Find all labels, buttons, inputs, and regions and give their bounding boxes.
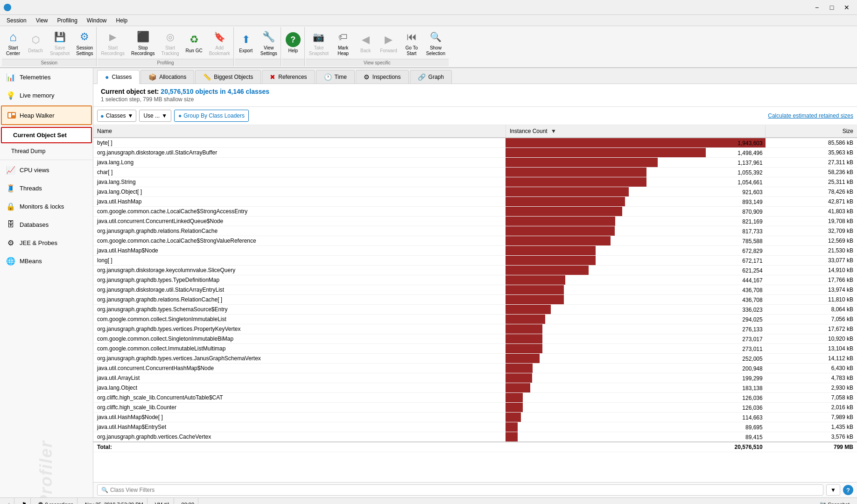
- close-button[interactable]: ✕: [840, 3, 853, 12]
- table-row[interactable]: org.janusgraph.graphdb.types.vertices.Ja…: [93, 354, 857, 364]
- sidebar-item-telemetries[interactable]: 📊 Telemetries: [0, 68, 93, 86]
- tab-references[interactable]: ✖ References: [262, 70, 315, 84]
- classes-dropdown[interactable]: ● Classes ▼: [97, 110, 136, 122]
- restore-button[interactable]: □: [825, 3, 838, 12]
- cell-instance-count: 199,299: [506, 373, 765, 383]
- table-row[interactable]: java.lang.Long1,137,96127,311 kB: [93, 158, 857, 168]
- run-gc-button[interactable]: ♻ Run GC: [183, 27, 206, 59]
- filter-dropdown-button[interactable]: ▼: [826, 484, 840, 496]
- menu-view[interactable]: View: [31, 16, 53, 25]
- cell-size: 2,930 kB: [766, 383, 857, 393]
- add-icon[interactable]: +: [7, 502, 10, 504]
- table-row[interactable]: com.google.common.cache.LocalCache$Stron…: [93, 236, 857, 246]
- detach-button[interactable]: ⬡ Detach: [24, 27, 47, 59]
- table-row[interactable]: org.cliffc.high_scale_lib.ConcurrentAuto…: [93, 393, 857, 403]
- minimize-button[interactable]: −: [810, 3, 823, 12]
- show-selection-button[interactable]: 🔍 ShowSelection: [423, 27, 449, 59]
- table-row[interactable]: java.lang.Object[ ]921,60378,426 kB: [93, 187, 857, 197]
- save-snapshot-button[interactable]: 💾 SaveSnapshot: [47, 27, 73, 59]
- table-row[interactable]: org.janusgraph.graphdb.vertices.CacheVer…: [93, 432, 857, 442]
- add-bookmark-button[interactable]: 🔖 AddBookmark: [206, 27, 233, 59]
- class-view-filters-input[interactable]: [110, 487, 819, 493]
- use-button[interactable]: Use ... ▼: [139, 110, 171, 122]
- sidebar-item-mbeans[interactable]: 🌐 MBeans: [0, 252, 93, 270]
- sidebar-item-cpu-views[interactable]: 📈 CPU views: [0, 161, 93, 179]
- group-by-icon: ●: [178, 112, 182, 119]
- table-row[interactable]: byte[ ]1,943,60385,586 kB: [93, 138, 857, 148]
- sidebar-item-databases[interactable]: 🗄 Databases: [0, 216, 93, 234]
- sidebar-item-heap-walker[interactable]: Heap Walker: [1, 105, 92, 125]
- table-row[interactable]: org.janusgraph.diskstorage.util.StaticAr…: [93, 285, 857, 295]
- go-start-label: Go ToStart: [406, 45, 418, 56]
- flag-icon[interactable]: ⚑: [22, 501, 27, 504]
- view-settings-button[interactable]: 🔧 ViewSettings: [257, 27, 281, 59]
- forward-icon: ▶: [381, 32, 396, 47]
- instance-count-value: 436,708: [506, 296, 765, 303]
- stop-recordings-button[interactable]: ⬛ StopRecordings: [128, 27, 158, 59]
- table-row[interactable]: org.janusgraph.diskstorage.keycolumnvalu…: [93, 266, 857, 275]
- sidebar-item-threads[interactable]: 🧵 Threads: [0, 179, 93, 197]
- table-row[interactable]: java.lang.String1,054,66125,311 kB: [93, 177, 857, 187]
- table-row[interactable]: org.janusgraph.graphdb.types.TypeDefinit…: [93, 275, 857, 285]
- go-start-button[interactable]: ⏮ Go ToStart: [400, 27, 423, 59]
- table-row[interactable]: java.util.HashMap$EntrySet89,6951,435 kB: [93, 422, 857, 432]
- cell-size: 12,569 kB: [766, 236, 857, 246]
- start-tracking-button[interactable]: ◎ StartTracking: [158, 27, 183, 59]
- table-row[interactable]: org.janusgraph.graphdb.relations.Relatio…: [93, 295, 857, 305]
- sidebar-item-monitors-locks[interactable]: 🔒 Monitors & locks: [0, 197, 93, 216]
- col-header-size[interactable]: Size: [766, 125, 857, 138]
- col-header-name[interactable]: Name: [93, 125, 506, 138]
- sidebar-item-jee-probes[interactable]: ⚙ JEE & Probes: [0, 234, 93, 252]
- tab-biggest-objects[interactable]: 📏 Biggest Objects: [195, 70, 261, 84]
- menu-window[interactable]: Window: [82, 16, 112, 25]
- export-button[interactable]: ⬆ Export: [235, 27, 257, 59]
- table-row[interactable]: java.util.HashMap893,14942,871 kB: [93, 197, 857, 207]
- menu-profiling[interactable]: Profiling: [53, 16, 82, 25]
- tab-time[interactable]: 🕐 Time: [316, 70, 355, 84]
- sidebar-item-live-memory[interactable]: 💡 Live memory: [0, 86, 93, 105]
- start-center-button[interactable]: ⌂ StartCenter: [2, 27, 24, 59]
- table-row[interactable]: com.google.common.collect.SingletonImmut…: [93, 334, 857, 344]
- session-settings-button[interactable]: ⚙ SessionSettings: [73, 27, 96, 59]
- back-button[interactable]: ◀ Back: [354, 27, 377, 59]
- table-row[interactable]: char[ ]1,055,39258,236 kB: [93, 168, 857, 177]
- tab-allocations[interactable]: 📦 Allocations: [140, 70, 194, 84]
- cell-name: java.util.HashMap$EntrySet: [93, 422, 506, 432]
- table-row[interactable]: java.util.ArrayList199,2994,783 kB: [93, 373, 857, 383]
- filter-help-button[interactable]: ?: [843, 485, 853, 495]
- table-row[interactable]: org.janusgraph.graphdb.types.vertices.Pr…: [93, 324, 857, 334]
- menu-session[interactable]: Session: [2, 16, 31, 25]
- tab-graph[interactable]: 🔗 Graph: [410, 70, 452, 84]
- table-row[interactable]: java.util.HashMap$Node[ ]114,6637,989 kB: [93, 413, 857, 422]
- mark-heap-button[interactable]: 🏷 MarkHeap: [332, 27, 354, 59]
- cell-name: com.google.common.cache.LocalCache$Stron…: [93, 207, 506, 217]
- help-button[interactable]: ? Help: [282, 27, 304, 59]
- table-row[interactable]: java.util.concurrent.ConcurrentLinkedQue…: [93, 217, 857, 226]
- vm-label: VM #1: [155, 502, 170, 504]
- menu-help[interactable]: Help: [112, 16, 133, 25]
- table-row[interactable]: org.janusgraph.diskstorage.util.StaticAr…: [93, 148, 857, 158]
- table-row[interactable]: org.cliffc.high_scale_lib.Counter126,036…: [93, 403, 857, 413]
- cell-size: 4,783 kB: [766, 373, 857, 383]
- tab-classes[interactable]: ● Classes: [97, 70, 140, 84]
- table-row[interactable]: org.janusgraph.graphdb.types.SchemaSourc…: [93, 305, 857, 315]
- col-header-instance-count[interactable]: Instance Count ▼: [506, 125, 765, 138]
- live-memory-icon: 💡: [6, 90, 16, 100]
- table-row[interactable]: java.util.HashMap$Node672,82921,530 kB: [93, 246, 857, 256]
- sidebar-item-current-object-set[interactable]: Current Object Set: [1, 127, 92, 143]
- group-by-button[interactable]: ● Group By Class Loaders: [174, 110, 249, 122]
- table-row[interactable]: org.janusgraph.graphdb.relations.Relatio…: [93, 226, 857, 236]
- start-tracking-icon: ◎: [163, 29, 178, 44]
- table-row[interactable]: java.lang.Object183,1382,930 kB: [93, 383, 857, 393]
- table-row[interactable]: com.google.common.collect.SingletonImmut…: [93, 315, 857, 324]
- table-row[interactable]: long[ ]672,17133,077 kB: [93, 256, 857, 266]
- start-recordings-button[interactable]: ▶ StartRecordings: [98, 27, 128, 59]
- forward-button[interactable]: ▶ Forward: [377, 27, 400, 59]
- take-snapshot-button[interactable]: 📷 TakeSnapshot: [306, 27, 332, 59]
- calculate-retained-sizes-link[interactable]: Calculate estimated retained sizes: [768, 112, 853, 119]
- sidebar-item-thread-dump[interactable]: Thread Dump: [0, 144, 93, 159]
- table-row[interactable]: java.util.concurrent.ConcurrentHashMap$N…: [93, 364, 857, 373]
- tab-inspections[interactable]: ⚙ Inspections: [356, 70, 409, 84]
- table-row[interactable]: com.google.common.cache.LocalCache$Stron…: [93, 207, 857, 217]
- table-row[interactable]: com.google.common.collect.ImmutableListM…: [93, 344, 857, 354]
